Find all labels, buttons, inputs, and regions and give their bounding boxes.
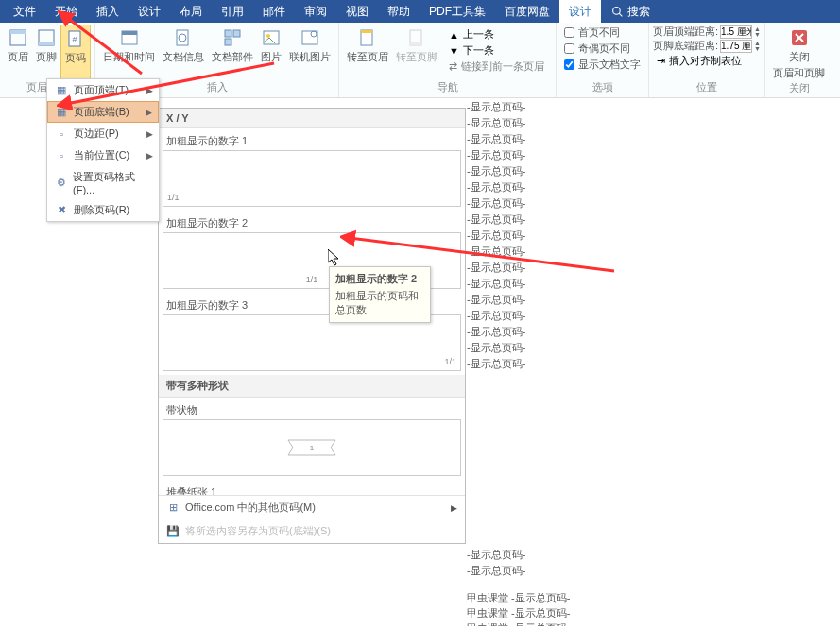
opt-show-doc[interactable]: 显示文档文字	[560, 57, 644, 73]
content-line: -显示总页码-	[467, 244, 840, 260]
images-icon	[261, 27, 282, 48]
submenu-position[interactable]: ▫ 当前位置(C)▶	[47, 144, 159, 166]
header-distance-input[interactable]	[720, 25, 752, 39]
align-tab-button[interactable]: ⇥插入对齐制表位	[653, 53, 761, 69]
menu-insert[interactable]: 插入	[87, 0, 129, 23]
format-icon: ⚙	[55, 177, 67, 190]
close-hf-button[interactable]: 关闭 页眉和页脚	[769, 25, 829, 80]
menu-help[interactable]: 帮助	[378, 0, 420, 23]
menu-home[interactable]: 开始	[45, 0, 87, 23]
pagenum-button[interactable]: # 页码	[60, 25, 91, 79]
spinner-arrows-icon[interactable]: ▲▼	[754, 41, 761, 52]
pagenum-submenu: ▦ 页面顶端(T)▶ ▦ 页面底端(B)▶ ▫ 页边距(P)▶ ▫ 当前位置(C…	[46, 78, 160, 222]
nav-link-button[interactable]: ⇄链接到前一条页眉	[445, 59, 548, 75]
content-line: -显示总页码-	[467, 195, 840, 211]
footer-icon	[36, 27, 57, 48]
close-sub-label: 页眉和页脚	[773, 66, 825, 80]
docinfo-button[interactable]: 文档信息	[159, 25, 208, 79]
svg-rect-9	[122, 31, 137, 35]
menu-bar: 文件 开始 插入 设计 布局 引用 邮件 审阅 视图 帮助 PDF工具集 百度网…	[0, 0, 840, 23]
content-line: -显示总页码-	[467, 292, 840, 308]
content-line: -显示总页码-	[467, 308, 840, 324]
submenu-margin[interactable]: ▫ 页边距(P)▶	[47, 123, 159, 144]
close-label: 关闭	[789, 50, 810, 64]
menu-baidu[interactable]: 百度网盘	[495, 0, 559, 23]
content-line: -显示总页码-	[467, 324, 840, 340]
header-distance-spinner[interactable]: 页眉顶端距离: ▲▼	[653, 25, 761, 39]
footer-distance-spinner[interactable]: 页脚底端距离: ▲▼	[653, 39, 761, 53]
svg-rect-13	[233, 30, 240, 37]
pagenum-gallery: X / Y 加粗显示的数字 1 1/1 加粗显示的数字 2 1/1 加粗显示的数…	[158, 108, 466, 544]
ribbon-group-options: 首页不同 奇偶页不同 显示文档文字 选项	[557, 23, 649, 97]
ribbon-group-nav: 转至页眉 转至页脚 ▲上一条 ▼下一条 ⇄链接到前一条页眉 导航	[339, 23, 557, 97]
datetime-icon	[119, 27, 140, 48]
header-label: 页眉	[8, 50, 28, 64]
svg-rect-5	[39, 42, 54, 45]
arrow-down-icon: ▼	[449, 45, 459, 57]
datetime-button[interactable]: 日期和时间	[99, 25, 159, 79]
first-diff-checkbox[interactable]	[564, 27, 574, 38]
nav-prev-button[interactable]: ▲上一条	[445, 26, 548, 42]
gotoheader-button[interactable]: 转至页眉	[343, 25, 392, 79]
save-icon: 💾	[166, 525, 180, 538]
gallery-preview: 1/1	[163, 150, 461, 207]
office-icon: ⊞	[166, 501, 180, 515]
images-button[interactable]: 图片	[257, 25, 285, 79]
content-line: 甲虫课堂 -显示总页码-	[467, 620, 840, 626]
submenu-format[interactable]: ⚙ 设置页码格式(F)...	[47, 166, 159, 199]
gallery-item-ribbon[interactable]: 带状物 1	[159, 398, 465, 480]
gotofooter-icon	[406, 27, 427, 48]
margin-icon: ▫	[55, 127, 68, 141]
gallery-save-selection: 💾 将所选内容另存为页码(底端)(S)	[159, 519, 465, 543]
menu-layout[interactable]: 布局	[170, 0, 212, 23]
submenu-delete[interactable]: ✖ 删除页码(R)	[47, 199, 159, 221]
svg-rect-20	[361, 30, 372, 33]
menu-view[interactable]: 视图	[336, 0, 378, 23]
mouse-cursor-icon	[328, 249, 343, 268]
onlineimg-icon	[300, 27, 320, 48]
docparts-icon	[222, 27, 243, 48]
gotofooter-label: 转至页脚	[396, 50, 437, 64]
menu-references[interactable]: 引用	[212, 0, 253, 23]
docparts-button[interactable]: 文档部件	[208, 25, 257, 79]
pagenum-icon: #	[65, 28, 86, 49]
content-line: -显示总页码-	[467, 147, 840, 163]
menu-search[interactable]: 搜索	[601, 0, 660, 23]
menu-mailings[interactable]: 邮件	[253, 0, 295, 23]
content-line: 甲虫课堂 -显示总页码-	[467, 590, 840, 605]
images-label: 图片	[261, 50, 282, 64]
menu-contextual-design[interactable]: 设计	[559, 0, 601, 23]
footer-distance-input[interactable]	[720, 40, 752, 53]
group4-label: 选项	[560, 79, 644, 95]
footer-button[interactable]: 页脚	[32, 25, 60, 79]
onlineimg-button[interactable]: 联机图片	[285, 25, 334, 79]
menu-file[interactable]: 文件	[4, 0, 45, 23]
menu-design[interactable]: 设计	[129, 0, 170, 23]
content-line: -显示总页码-	[467, 163, 840, 179]
gotoheader-icon	[357, 27, 378, 48]
gotofooter-button[interactable]: 转至页脚	[392, 25, 441, 79]
gallery-item-bold1[interactable]: 加粗显示的数字 1 1/1	[159, 128, 465, 211]
page-bottom-icon: ▦	[55, 106, 68, 119]
opt-oddeven-diff[interactable]: 奇偶页不同	[560, 41, 644, 57]
header-button[interactable]: 页眉	[4, 25, 32, 79]
gallery-office-more[interactable]: ⊞ Office.com 中的其他页码(M) ▶	[159, 496, 465, 519]
opt-first-diff[interactable]: 首页不同	[560, 25, 644, 41]
submenu-page-top[interactable]: ▦ 页面顶端(T)▶	[47, 79, 159, 101]
oddeven-diff-checkbox[interactable]	[564, 43, 574, 54]
pagenum-label: 页码	[65, 51, 86, 65]
svg-rect-15	[264, 31, 279, 44]
svg-rect-14	[225, 39, 231, 45]
menu-review[interactable]: 审阅	[295, 0, 336, 23]
spinner-arrows-icon[interactable]: ▲▼	[754, 26, 761, 38]
menu-pdftools[interactable]: PDF工具集	[420, 0, 495, 23]
nav-next-button[interactable]: ▼下一条	[445, 42, 548, 59]
gallery-preview: 1	[163, 419, 461, 476]
svg-rect-17	[302, 31, 317, 44]
show-doc-checkbox[interactable]	[564, 59, 574, 70]
gallery-item-stacked1[interactable]: 堆叠纸张 1 1	[159, 480, 465, 495]
chevron-right-icon: ▶	[146, 129, 153, 139]
content-line: -显示总页码-	[467, 563, 840, 579]
gallery-tooltip: 加粗显示的数字 2 加粗显示的页码和总页数	[329, 266, 431, 323]
submenu-page-bottom[interactable]: ▦ 页面底端(B)▶	[47, 101, 159, 123]
